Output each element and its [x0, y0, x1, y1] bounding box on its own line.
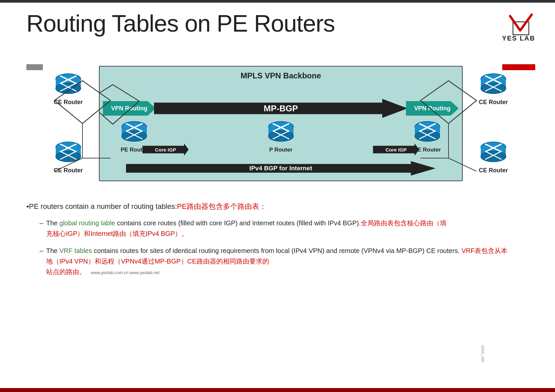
- ce-left-top: CE Router: [53, 73, 83, 106]
- bullet-main: •PE routers contain a number of routing …: [26, 201, 529, 212]
- network-diagram: MPLS VPN Backbone VPN Routing MP-BGP VPN…: [26, 63, 535, 191]
- top-bar: [0, 0, 555, 3]
- ipv4-bgp-label: IPv4 BGP for Internet: [249, 165, 312, 172]
- ce-right-bottom: CE Router: [478, 141, 508, 174]
- yes-lab-text: YES LAB: [502, 35, 535, 42]
- svg-point-31: [56, 151, 81, 162]
- bullet-main-en: •PE routers contain a number of routing …: [26, 202, 177, 210]
- footer-link1: www.yeslab.com.cn: [91, 270, 129, 275]
- body-text-area: •PE routers contain a number of routing …: [26, 201, 529, 284]
- ce-label-left-top: CE Router: [53, 99, 83, 106]
- svg-point-3: [122, 131, 147, 141]
- sub1-highlight: global routing table: [59, 219, 115, 227]
- bullet-sub-2: The VRF tables contains routes for sites…: [40, 245, 529, 277]
- ce-right-top: CE Router: [478, 73, 508, 106]
- title-area: Routing Tables on PE Routers: [26, 10, 529, 37]
- p-router-center-label: P Router: [266, 147, 296, 153]
- core-igp-left: Core IGP: [142, 143, 189, 156]
- ce-label-right-top: CE Router: [478, 99, 508, 106]
- router-icon-p-center: [266, 121, 296, 144]
- p-router-center: P Router: [266, 121, 296, 153]
- router-icon-pe-right: [413, 121, 442, 144]
- bullet-sub-1: The global routing table contains core r…: [40, 218, 529, 239]
- svg-point-24: [56, 83, 81, 94]
- router-icon-ce-left-top: [53, 73, 83, 96]
- bottom-bar: [0, 388, 555, 392]
- ce-label-left-bottom: CE Router: [53, 167, 83, 174]
- vpn-routing-left: VPN Routing: [103, 101, 156, 116]
- backbone-box: MPLS VPN Backbone VPN Routing MP-BGP VPN…: [99, 66, 463, 181]
- core-igp-right: Core IGP: [373, 143, 419, 156]
- mpbgp-arrow: MP-BGP: [154, 99, 408, 118]
- footer-links-inline: www.yeslab.com.cn www.yeslab.net: [91, 270, 160, 275]
- sub1-prefix: The: [46, 219, 59, 227]
- footer-link2: www.yeslab.net: [130, 270, 159, 275]
- router-icon-ce-right-bottom: [478, 141, 508, 164]
- sub1-en: contains core routes (filled with core I…: [115, 219, 361, 227]
- sub2-highlight: VRF tables: [59, 247, 92, 254]
- vpn-routing-right: VPN Routing: [406, 101, 459, 116]
- sub2-prefix: The: [46, 247, 59, 254]
- watermark: 020G_066: [481, 346, 485, 362]
- mpbgp-label: MP-BGP: [264, 103, 298, 114]
- ce-label-right-bottom: CE Router: [478, 167, 508, 174]
- router-icon-pe-left: [119, 121, 149, 144]
- svg-point-17: [415, 131, 440, 141]
- ipv4-bgp-arrow: IPv4 BGP for Internet: [126, 161, 436, 176]
- yes-lab-logo: YES LAB: [502, 13, 535, 42]
- bullet-main-cn: PE路由器包含多个路由表：: [177, 202, 266, 210]
- svg-point-10: [268, 131, 293, 141]
- svg-point-38: [481, 83, 506, 94]
- router-icon-ce-right-top: [478, 73, 508, 96]
- sub2-en: contains routes for sites of identical r…: [92, 247, 461, 254]
- router-icon-ce-left-bottom: [53, 141, 83, 164]
- backbone-title: MPLS VPN Backbone: [100, 67, 462, 80]
- page-title: Routing Tables on PE Routers: [26, 10, 335, 37]
- ce-left-bottom: CE Router: [53, 141, 83, 174]
- checkmark-icon: [504, 13, 534, 36]
- svg-point-45: [481, 151, 506, 162]
